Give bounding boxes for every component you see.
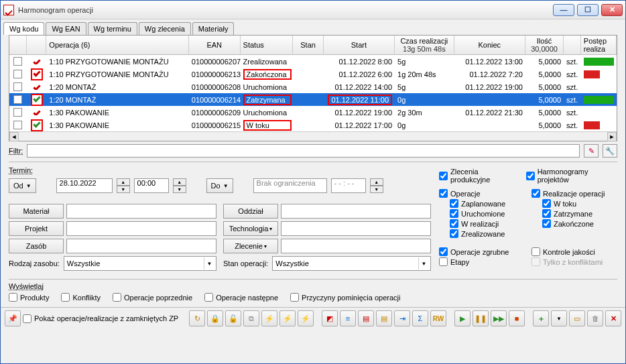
time-to-input[interactable]: - - : - - — [331, 178, 366, 193]
chk-produkty[interactable] — [9, 293, 17, 302]
projekt-input[interactable] — [66, 221, 216, 236]
scroll-right-icon[interactable]: ► — [607, 132, 617, 141]
chk-show-closed[interactable] — [23, 314, 32, 323]
tool-lock[interactable]: 🔒 — [207, 310, 223, 326]
col-start[interactable]: Start — [324, 36, 395, 54]
oddzial-button[interactable]: Oddział — [223, 204, 278, 219]
chk-kontrole[interactable] — [531, 247, 540, 256]
tool-edit[interactable]: ▭ — [569, 310, 585, 326]
table-row[interactable]: 1:10 PRZYGOTOWANIE MONTAŻU010000006207Zr… — [9, 55, 617, 68]
col-postep[interactable]: Postęp realiza — [581, 36, 617, 54]
tab-wg-kodu[interactable]: Wg kodu — [3, 22, 44, 35]
chk-zakonczone[interactable] — [542, 219, 551, 228]
table-row[interactable]: 1:30 PAKOWANIE010000006215W toku01.12.20… — [9, 119, 617, 131]
chk-nastepne[interactable] — [204, 293, 213, 302]
tool-close[interactable]: ✕ — [605, 310, 621, 326]
filter-input[interactable] — [27, 144, 580, 158]
tool-lines[interactable]: ≡ — [340, 310, 356, 326]
pin-button[interactable]: 📌 — [5, 310, 21, 326]
time-from-input[interactable]: 00:00 — [134, 178, 169, 193]
zlecenie-input[interactable] — [281, 239, 431, 253]
table-row[interactable]: 1:20 MONTAŻ010000006208Uruchomiona01.12.… — [9, 80, 617, 93]
zasob-button[interactable]: Zasób — [9, 239, 64, 253]
chk-operacje[interactable] — [439, 189, 448, 198]
row-checkbox[interactable] — [13, 108, 22, 117]
col-operation[interactable]: Operacja (6) — [46, 36, 188, 54]
tool-bolt3[interactable]: ⚡ — [298, 310, 314, 326]
chk-zgrubne[interactable] — [439, 247, 448, 256]
tool-refresh[interactable]: ↻ — [189, 310, 205, 326]
tool-gantt1[interactable]: ▤ — [358, 310, 374, 326]
tool-playall[interactable]: ▶▶ — [491, 310, 507, 326]
minimize-button[interactable]: — — [553, 4, 574, 16]
chk-konflikty[interactable] — [61, 293, 70, 302]
row-checkbox[interactable] — [13, 82, 22, 91]
tool-export[interactable]: ⇥ — [394, 310, 410, 326]
chk-przyczyny[interactable] — [290, 293, 299, 302]
chk-zrealizowane[interactable] — [450, 229, 458, 238]
col-czas[interactable]: Czas realizacji13g 50m 48s — [395, 36, 454, 54]
chk-etapy[interactable] — [439, 257, 448, 266]
row-checkbox[interactable] — [13, 121, 22, 129]
col-status[interactable]: Status — [241, 36, 294, 54]
tool-red1[interactable]: ◩ — [322, 310, 338, 326]
time-to-spinner[interactable]: ▲▼ — [370, 178, 383, 193]
material-input[interactable] — [66, 204, 216, 219]
do-button[interactable]: Do▼ — [206, 178, 233, 193]
date-from-spinner[interactable]: ▲▼ — [117, 178, 130, 193]
table-row[interactable]: 1:10 PRZYGOTOWANIE MONTAŻU010000006213Za… — [9, 68, 617, 80]
tab-wg-terminu[interactable]: Wg terminu — [88, 22, 137, 35]
tool-play[interactable]: ▶ — [454, 310, 471, 326]
tool-rw[interactable]: RW — [430, 310, 446, 326]
projekt-button[interactable]: Projekt — [9, 221, 64, 236]
col-koniec[interactable]: Koniec — [454, 36, 525, 54]
tab-wg-ean[interactable]: Wg EAN — [46, 22, 86, 35]
filter-settings-button[interactable]: 🔧 — [603, 144, 617, 158]
technologia-button[interactable]: Technologia▾ — [223, 221, 278, 236]
date-from-input[interactable]: 28.10.2022 — [56, 178, 113, 193]
zlecenie-button[interactable]: Zlecenie▾ — [223, 239, 278, 253]
rodzaj-combo[interactable]: Wszystkie▼ — [64, 256, 216, 271]
tab-materialy[interactable]: Materiały — [192, 22, 235, 35]
zasob-input[interactable] — [66, 239, 216, 253]
chk-zaplanowane[interactable] — [450, 199, 458, 208]
tool-sum[interactable]: Σ — [412, 310, 428, 326]
grid-hscroll[interactable]: ◄ ► — [9, 131, 617, 141]
col-ean[interactable]: EAN — [189, 36, 241, 54]
tool-copy[interactable]: ⧉ — [243, 310, 259, 326]
material-button[interactable]: Materiał — [9, 204, 64, 219]
tab-wg-zlecenia[interactable]: Wg zlecenia — [139, 22, 191, 35]
chk-realizacje[interactable] — [531, 189, 540, 198]
chk-poprzednie[interactable] — [113, 293, 121, 302]
table-row[interactable]: 1:30 PAKOWANIE010000006209Uruchomiona01.… — [9, 106, 617, 119]
chk-wtoku[interactable] — [542, 199, 551, 208]
row-checkbox[interactable] — [13, 57, 22, 66]
stan-combo[interactable]: Wszystkie▼ — [272, 256, 431, 271]
chk-harm-proj[interactable] — [526, 172, 535, 180]
tool-delete[interactable]: 🗑 — [587, 310, 603, 326]
date-to-input[interactable]: Brak ograniczenia — [253, 178, 327, 193]
filter-apply-button[interactable]: ✎ — [584, 144, 599, 158]
technologia-input[interactable] — [281, 221, 431, 236]
col-stan[interactable]: Stan — [293, 36, 323, 54]
chk-zlecenia-prod[interactable] — [439, 172, 448, 180]
tool-stop[interactable]: ■ — [509, 310, 525, 326]
row-checkbox[interactable] — [13, 95, 22, 104]
tool-add[interactable]: ＋ — [533, 310, 549, 326]
chk-wrealizacji[interactable] — [450, 219, 458, 228]
tool-unlock[interactable]: 🔓 — [225, 310, 241, 326]
tool-bolt2[interactable]: ⚡ — [279, 310, 296, 326]
row-checkbox[interactable] — [13, 70, 22, 78]
tool-pause[interactable]: ❚❚ — [473, 310, 489, 326]
tool-bolt1[interactable]: ⚡ — [261, 310, 277, 326]
maximize-button[interactable]: ☐ — [577, 4, 599, 16]
scroll-left-icon[interactable]: ◄ — [9, 132, 19, 141]
table-row[interactable]: 1:20 MONTAŻ010000006214Zatrzymana01.12.2… — [9, 93, 617, 106]
chk-zatrzymane[interactable] — [542, 209, 551, 218]
close-button[interactable]: ✕ — [601, 4, 623, 16]
tool-add-menu[interactable]: ▼ — [551, 310, 567, 326]
oddzial-input[interactable] — [281, 204, 431, 219]
time-from-spinner[interactable]: ▲▼ — [173, 178, 186, 193]
chk-uruchomione[interactable] — [450, 209, 458, 218]
col-ilosc[interactable]: Ilość30,0000 — [525, 36, 564, 54]
